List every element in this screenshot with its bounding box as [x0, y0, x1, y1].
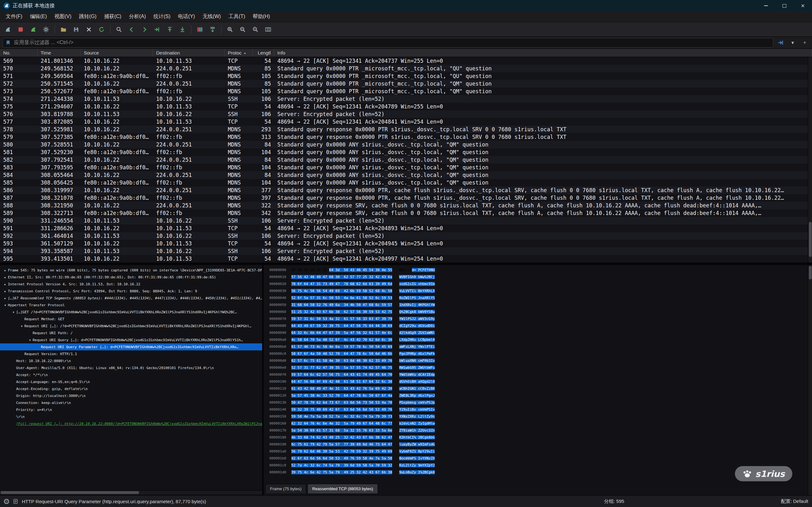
menu-item-10[interactable]: 帮助(H) [249, 11, 274, 22]
hex-bytes[interactable]: 4c 58 64 70 5a 48 52 6f 4c 43 42 70 62 6… [291, 338, 392, 342]
hex-bytes[interactable]: 52 6f 5a 57 31 6c 50 53 4a 6e 61 58 52 6… [291, 296, 392, 300]
hex-ascii[interactable]: RzL2ltZy 9mYXZpY2 [399, 463, 435, 467]
hex-row[interactable]: 0000000047 45 54 20 2f 3f 64 3d 50 43 46… [264, 267, 808, 274]
filter-dropdown-button[interactable]: ▾ [788, 38, 797, 48]
hex-row[interactable]: 0000008064 43 49 67 59 32 39 75 64 47 56… [264, 323, 808, 329]
packet-row[interactable]: 575271.29460710.10.16.2210.10.11.53TCP54… [0, 103, 808, 110]
hex-row[interactable]: 0000006051 25 32 42 43 67 6b 38 62 57 56… [264, 308, 808, 316]
hex-row[interactable]: 000001d039 75 4c 6e 42 75 5a 79 49 25 32… [264, 469, 808, 476]
hex-row[interactable]: 0000003056 75 4c 56 56 54 49 69 42 6b 59… [264, 288, 808, 294]
menu-item-7[interactable]: 电话(Y) [174, 11, 199, 22]
packet-row[interactable]: 580307.52855110.10.16.22224.0.0.251MDNS8… [0, 141, 808, 149]
hex-bytes[interactable]: 50 67 6f 4a 50 48 52 70 64 47 78 6c 50 6… [291, 352, 392, 356]
column-header-protoc[interactable]: Protoc▲ [225, 49, 253, 57]
details-line[interactable]: Request Version: HTTP/1.1 [0, 350, 262, 357]
packet-row[interactable]: 585308.056425fe80::a12e:9a0b:df0…ff02::f… [0, 179, 808, 186]
scrollbar-thumb[interactable] [1, 491, 139, 494]
hex-row[interactable]: 0000005031 68 64 58 52 76 49 6a 34 4b 50… [264, 301, 808, 308]
hex-ascii[interactable]: RW1wbG95 ZWUtbWFu [399, 365, 435, 370]
hex-ascii[interactable]: RoZW1lPS JnaXRlYS [399, 296, 435, 300]
packet-row[interactable]: 587308.321078fe80::a12e:9a0b:df0…ff02::f… [0, 194, 808, 202]
menu-item-2[interactable]: 视图(V) [51, 11, 75, 22]
capture-options-button[interactable] [40, 24, 52, 35]
hex-bytes[interactable]: 64 43 49 67 59 32 39 75 64 47 56 75 64 4… [291, 324, 392, 328]
hex-bytes[interactable]: 5a 54 30 69 61 57 31 68 5a 32 55 76 63 3… [291, 428, 392, 433]
hex-bytes[interactable]: 31 68 64 58 52 76 49 6a 34 4b 50 47 68 6… [291, 303, 392, 307]
hex-bytes[interactable]: 59 57 64 6c 62 57 56 75 64 43 41 74 49 4… [291, 373, 392, 377]
details-line[interactable]: ▾Hypertext Transfer Protocol [0, 301, 262, 308]
hex-row[interactable]: 0000015059 58 4e 7a 5a 58 52 7a 4c 32 6c… [264, 413, 808, 420]
menu-item-6[interactable]: 统计(S) [150, 11, 174, 22]
hex-ascii[interactable]: LXdpZHRo LCBpbml0 [399, 338, 435, 342]
zoom-out-button[interactable] [237, 24, 249, 35]
hex-ascii[interactable]: VuLVVTIi BkYXRhLX [399, 289, 435, 293]
hex-row[interactable]: 000001a056 79 62 6d 46 30 5a 53 42 70 59… [264, 448, 808, 455]
menu-item-1[interactable]: 编辑(E) [26, 11, 50, 22]
hex-bytes[interactable]: 59 32 39 75 49 69 42 6f 63 6d 56 6d 50 5… [291, 407, 392, 411]
details-line[interactable]: Request URI Path: / [0, 329, 262, 336]
details-line[interactable]: ▾Request URI […]: /?d=PCFET0NUWVBFIGh0bW… [0, 323, 262, 329]
hex-ascii[interactable]: 9uLnBuZy I%2BCgk8 [399, 470, 435, 474]
hex-row[interactable]: 000001804b 33 68 74 62 43 49 25 32 42 43… [264, 434, 808, 441]
packet-row[interactable]: 573250.572677fe80::a12e:9a0b:df0…ff02::f… [0, 88, 808, 95]
status-profile[interactable]: 配置: Default [781, 498, 808, 504]
hex-ascii[interactable]: xodG1sIG xhbmc9Im [399, 282, 435, 286]
pane-splitter[interactable] [0, 263, 812, 265]
bytes-scrollbar[interactable] [808, 265, 812, 495]
capture-comment-icon[interactable] [13, 499, 18, 504]
details-line[interactable]: User-Agent: Mozilla/5.0 (X11; Ubuntu; Li… [0, 364, 262, 371]
column-header-lengtl[interactable]: Lengtl [253, 49, 274, 57]
menu-item-3[interactable]: 跳转(G) [75, 11, 100, 22]
hex-ascii[interactable]: PgoJPHRp dGxlPmFk [399, 352, 435, 356]
resize-columns-button[interactable] [262, 24, 274, 35]
hex-row[interactable]: 0000013050 47 78 70 62 6d 73 67 63 6d 56… [264, 399, 808, 406]
hex-row[interactable]: 0000007059 57 31 6c 50 53 4a 32 61 57 56… [264, 316, 808, 323]
hex-bytes[interactable]: 52 7a 4c 32 6c 74 5a 79 39 6d 59 58 5a 7… [291, 463, 392, 467]
go-last-button[interactable] [176, 24, 189, 35]
hex-bytes[interactable]: 42 6f 63 6d 56 6d 50 53 49 76 59 58 4e 7… [291, 456, 392, 460]
bookmark-icon[interactable] [5, 40, 11, 45]
go-to-packet-button[interactable] [151, 24, 163, 35]
hex-ascii[interactable]: ZWE8L3Rp dGxlPgoJ [399, 393, 435, 398]
close-button[interactable]: × [794, 0, 812, 11]
expanded-arrow-icon[interactable]: ▾ [3, 303, 8, 307]
packet-row[interactable]: 589308.322713fe80::a12e:9a0b:df0…ff02::f… [0, 209, 808, 217]
details-line[interactable]: Accept: */*\r\n [0, 371, 262, 378]
hex-bytes[interactable]: 61 43 42 68 49 47 4e 31 63 43 42 76 5a 6… [291, 387, 392, 391]
maximize-button[interactable] [775, 0, 794, 11]
hex-ascii[interactable]: GET /?d= PCFET0NU [399, 268, 435, 272]
hex-row[interactable]: 000000b061 57 46 73 4c 58 4e 6a 59 57 78… [264, 343, 808, 350]
hex-bytes[interactable]: 59 58 4e 7a 5a 58 52 7a 4c 32 6c 74 5a 7… [291, 414, 392, 418]
hex-bytes[interactable]: 64 32 6c 6b 64 47 67 39 5a 47 56 32 61 5… [291, 331, 392, 335]
packet-row[interactable]: 578307.52598110.10.16.22224.0.0.251MDNS2… [0, 125, 808, 133]
hex-row[interactable]: 0000010064 47 56 68 4f 69 42 48 61 58 51… [264, 378, 808, 385]
details-line[interactable]: Request Method: GET [0, 316, 262, 323]
hex-bytes[interactable]: 62 32 64 76 4c 6e 4e 32 5a 79 49 67 64 4… [291, 421, 392, 426]
hex-bytes[interactable]: 64 47 56 68 4f 69 42 48 61 58 51 67 64 3… [291, 380, 392, 384]
details-line[interactable]: Host: 10.10.16.22:8080\r\n [0, 357, 262, 364]
hex-ascii[interactable]: Q%2BCgk8 bWV0YSBu [399, 310, 435, 314]
hex-row[interactable]: 000000d062 57 6c 75 61 58 4e 30 63 6d 46… [264, 357, 808, 364]
hex-row[interactable]: 0000016062 32 64 76 4c 6e 4e 32 5a 79 49… [264, 420, 808, 427]
column-header-no[interactable]: No. [0, 49, 38, 57]
hex-bytes[interactable]: 39 75 4c 6e 42 75 5a 79 49 25 32 42 43 6… [291, 470, 392, 474]
menu-item-4[interactable]: 捕获(C) [100, 11, 125, 22]
filter-apply-button[interactable] [776, 38, 785, 48]
menu-item-0[interactable]: 文件(F) [2, 11, 26, 22]
menu-item-9[interactable]: 工具(T) [225, 11, 249, 22]
hex-row[interactable]: 000001205a 57 45 38 4c 33 52 70 64 47 78… [264, 392, 808, 399]
column-header-source[interactable]: Source [81, 49, 153, 57]
auto-scroll-button[interactable] [207, 24, 219, 35]
packet-row[interactable]: 581307.529230fe80::a12e:9a0b:df0…ff02::f… [0, 149, 808, 156]
packet-row[interactable]: 588308.32195010.10.16.22224.0.0.251MDNS3… [0, 202, 808, 209]
details-line[interactable]: ▾[…]GET /?d=PCFET0NUWVBFIGh0bWw%2BCjxodG… [0, 308, 262, 316]
stop-capture-button[interactable] [15, 24, 27, 35]
hex-bytes[interactable]: 5a 57 45 38 4c 33 52 70 64 47 78 6c 50 6… [291, 393, 392, 398]
hex-ascii[interactable]: VybmF0ZS BpY29uIi [399, 449, 435, 453]
start-capture-button[interactable] [2, 24, 14, 35]
hex-ascii[interactable]: ZT0iaW1h Z2Uvc3Zn [399, 428, 435, 433]
hex-row[interactable]: 000001c052 7a 4c 32 6c 74 5a 79 39 6d 59… [264, 462, 808, 469]
hex-ascii[interactable]: dCIgY29u dGVudD0i [399, 324, 435, 328]
details-pane[interactable]: ▸Frame 545: 75 bytes on wire (600 bits),… [0, 265, 262, 495]
column-header-info[interactable]: Info [274, 49, 812, 57]
